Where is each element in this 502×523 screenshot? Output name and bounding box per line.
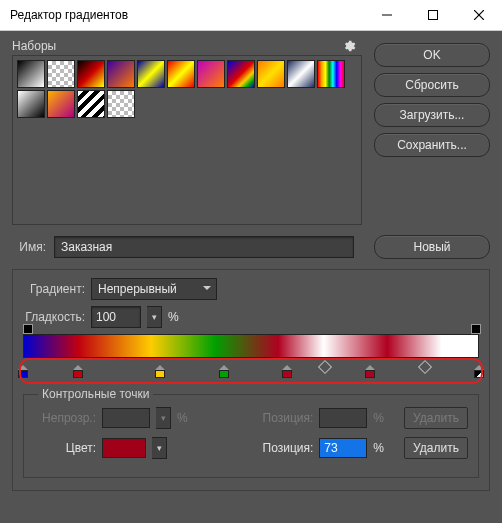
color-position-label: Позиция: bbox=[257, 441, 313, 455]
preset-swatch-5[interactable] bbox=[167, 60, 195, 88]
reset-button[interactable]: Сбросить bbox=[374, 73, 490, 97]
gradient-editor[interactable] bbox=[23, 334, 479, 380]
color-stop-2[interactable] bbox=[155, 360, 165, 374]
color-stop-1[interactable] bbox=[73, 360, 83, 374]
color-stop-6[interactable] bbox=[474, 360, 484, 374]
preset-swatch-3[interactable] bbox=[107, 60, 135, 88]
preset-swatch-11[interactable] bbox=[17, 90, 45, 118]
opacity-stop-left[interactable] bbox=[23, 324, 31, 332]
window-title: Редактор градиентов bbox=[0, 8, 128, 22]
midpoint-0[interactable] bbox=[318, 360, 332, 374]
presets-label-text: Наборы bbox=[12, 39, 56, 53]
color-stop-4[interactable] bbox=[282, 360, 292, 374]
color-menu-button[interactable]: ▾ bbox=[152, 437, 167, 459]
control-points-title: Контрольные точки bbox=[38, 387, 153, 401]
preset-swatch-4[interactable] bbox=[137, 60, 165, 88]
preset-swatch-10[interactable] bbox=[317, 60, 345, 88]
presets-menu-button[interactable] bbox=[342, 39, 356, 53]
svg-rect-1 bbox=[429, 11, 438, 20]
name-input[interactable] bbox=[54, 236, 354, 258]
color-stop-0[interactable] bbox=[18, 360, 28, 374]
color-swatch-button[interactable] bbox=[102, 438, 146, 458]
color-stop-5[interactable] bbox=[365, 360, 375, 374]
smoothness-input[interactable] bbox=[91, 306, 141, 328]
smoothness-stepper[interactable]: ▾ bbox=[147, 306, 162, 328]
color-position-input[interactable] bbox=[319, 438, 367, 458]
preset-swatch-6[interactable] bbox=[197, 60, 225, 88]
preset-swatch-0[interactable] bbox=[17, 60, 45, 88]
new-button[interactable]: Новый bbox=[374, 235, 490, 259]
preset-swatch-8[interactable] bbox=[257, 60, 285, 88]
opacity-stop-right[interactable] bbox=[471, 324, 479, 332]
control-points-group: Контрольные точки Непрозр.: ▾ % Позиция:… bbox=[23, 394, 479, 478]
preset-swatch-14[interactable] bbox=[107, 90, 135, 118]
ok-button[interactable]: OK bbox=[374, 43, 490, 67]
presets-box[interactable] bbox=[12, 55, 362, 225]
gradient-type-select[interactable]: Непрерывный bbox=[91, 278, 217, 300]
preset-swatch-7[interactable] bbox=[227, 60, 255, 88]
preset-swatch-12[interactable] bbox=[47, 90, 75, 118]
gradient-panel: Градиент: Непрерывный Гладкость: ▾ % Кон… bbox=[12, 269, 490, 491]
delete-color-stop-button[interactable]: Удалить bbox=[404, 437, 468, 459]
gradient-bar[interactable] bbox=[23, 334, 479, 358]
color-label: Цвет: bbox=[34, 441, 96, 455]
color-stop-3[interactable] bbox=[219, 360, 229, 374]
opacity-stepper: ▾ bbox=[156, 407, 171, 429]
save-button[interactable]: Сохранить... bbox=[374, 133, 490, 157]
preset-swatch-13[interactable] bbox=[77, 90, 105, 118]
opacity-label: Непрозр.: bbox=[34, 411, 96, 425]
name-label: Имя: bbox=[12, 240, 46, 254]
opacity-input bbox=[102, 408, 150, 428]
smoothness-label: Гладкость: bbox=[23, 310, 85, 324]
preset-swatch-9[interactable] bbox=[287, 60, 315, 88]
opacity-percent: % bbox=[177, 411, 188, 425]
load-button[interactable]: Загрузить... bbox=[374, 103, 490, 127]
gradient-type-label: Градиент: bbox=[23, 282, 85, 296]
minimize-button[interactable] bbox=[364, 0, 410, 30]
opacity-position-label: Позиция: bbox=[257, 411, 313, 425]
close-button[interactable] bbox=[456, 0, 502, 30]
midpoint-1[interactable] bbox=[418, 360, 432, 374]
opacity-position-percent: % bbox=[373, 411, 384, 425]
gradient-type-value: Непрерывный bbox=[98, 282, 177, 296]
opacity-position-input bbox=[319, 408, 367, 428]
preset-swatch-2[interactable] bbox=[77, 60, 105, 88]
preset-swatch-1[interactable] bbox=[47, 60, 75, 88]
presets-label: Наборы bbox=[12, 39, 362, 53]
percent-label: % bbox=[168, 310, 179, 324]
color-position-percent: % bbox=[373, 441, 384, 455]
titlebar: Редактор градиентов bbox=[0, 0, 502, 31]
maximize-button[interactable] bbox=[410, 0, 456, 30]
delete-opacity-stop-button: Удалить bbox=[404, 407, 468, 429]
